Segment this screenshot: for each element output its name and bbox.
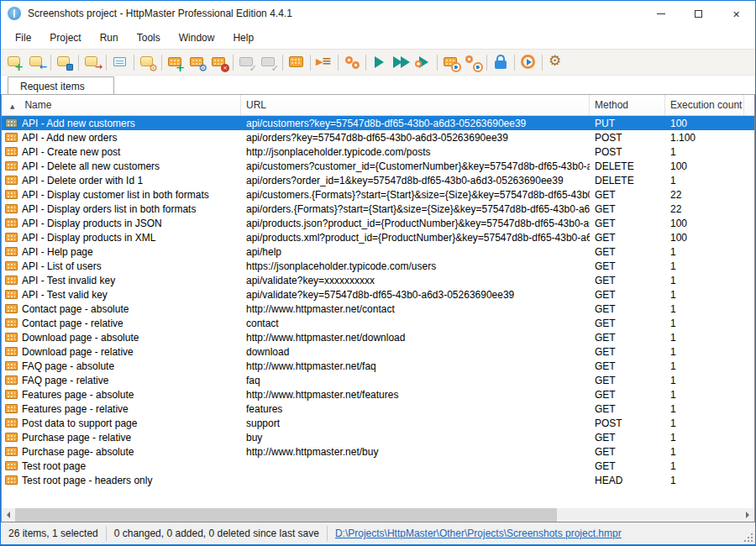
table-row[interactable]: Contact page - absolutehttp://www.httpma… bbox=[2, 302, 754, 316]
table-row[interactable]: Post data to support pagesupportPOST1 bbox=[2, 416, 754, 430]
comment-button[interactable] bbox=[109, 51, 131, 73]
project-file-link[interactable]: D:\Projects\HttpMaster\Other\Projects\Sc… bbox=[328, 528, 629, 539]
item-name: Download page - relative bbox=[22, 346, 134, 358]
request-item-icon bbox=[5, 204, 18, 213]
menu-tools[interactable]: Tools bbox=[128, 29, 170, 47]
status-items-count: 26 items, 1 selected bbox=[1, 528, 106, 539]
table-row[interactable]: FAQ page - relativefaqGET1 bbox=[2, 373, 754, 387]
item-name-cell: API - Delete all new customers bbox=[2, 159, 241, 173]
item-url: api/customers?key=57547d8b-df65-43b0-a6d… bbox=[241, 116, 590, 130]
item-count: 1 bbox=[665, 316, 744, 330]
request-item-icon bbox=[5, 418, 18, 428]
toolbar-separator bbox=[282, 55, 283, 71]
play-circle-button[interactable] bbox=[517, 51, 539, 73]
item-verify-button[interactable] bbox=[236, 51, 258, 73]
gear-button[interactable] bbox=[545, 51, 567, 73]
lock-button[interactable] bbox=[490, 51, 512, 73]
column-header-url[interactable]: URL bbox=[241, 95, 590, 115]
minimize-button[interactable] bbox=[642, 1, 680, 26]
table-row[interactable]: Purchase page- absolutehttp://www.httpma… bbox=[2, 444, 754, 459]
item-method: GET bbox=[590, 402, 665, 416]
table-row[interactable]: Purchase page - relativebuyGET1 bbox=[2, 430, 754, 444]
item-name: Test root page - headers only bbox=[22, 475, 152, 486]
menu-run[interactable]: Run bbox=[91, 29, 128, 47]
run-list-button[interactable] bbox=[313, 51, 335, 73]
table-row[interactable]: Test root pageGET1 bbox=[2, 459, 754, 473]
table-row[interactable]: Contact page - relativecontactGET1 bbox=[2, 316, 754, 330]
scrollbar-thumb[interactable] bbox=[15, 508, 557, 522]
menu-window[interactable]: Window bbox=[170, 29, 224, 47]
item-count: 1 bbox=[665, 359, 744, 373]
menu-file[interactable]: File bbox=[6, 29, 40, 47]
save-button[interactable] bbox=[54, 51, 76, 73]
item-url: faq bbox=[241, 373, 590, 387]
project-gear-button[interactable] bbox=[137, 51, 159, 73]
request-item-icon bbox=[5, 375, 18, 385]
item-name: API - Test invalid key bbox=[22, 275, 115, 286]
scroll-right-arrow-icon[interactable] bbox=[741, 508, 754, 522]
open-button[interactable] bbox=[26, 51, 48, 73]
item-edit-button[interactable] bbox=[186, 51, 208, 73]
item-url bbox=[241, 473, 590, 487]
table-row[interactable]: API - Display customer list in both form… bbox=[2, 187, 754, 202]
table-row[interactable]: API - Create new posthttp://jsonplacehol… bbox=[2, 144, 754, 159]
toolbar-separator bbox=[365, 55, 366, 71]
table-row[interactable]: API - Display products in JSONapi/produc… bbox=[2, 216, 754, 230]
item-method: DELETE bbox=[590, 173, 665, 187]
close-item-button[interactable] bbox=[81, 51, 103, 73]
item-count: 1 bbox=[665, 287, 744, 302]
table-row[interactable]: Test root page - headers onlyHEAD1 bbox=[2, 473, 754, 487]
request-item-icon bbox=[5, 475, 18, 485]
horizontal-scrollbar[interactable] bbox=[2, 508, 754, 522]
item-name: API - Display products in XML bbox=[22, 232, 155, 244]
dots-button[interactable] bbox=[341, 51, 363, 73]
item-add-button[interactable] bbox=[165, 51, 186, 73]
column-header-execution-count[interactable]: Execution count bbox=[665, 95, 744, 115]
item-name: API - Display products in JSON bbox=[22, 218, 162, 229]
table-row[interactable]: API - List of usershttps://jsonplacehold… bbox=[2, 259, 754, 273]
menu-project[interactable]: Project bbox=[40, 29, 90, 47]
table-row[interactable]: API - Add new ordersapi/orders?key=57547… bbox=[2, 130, 754, 144]
table-row[interactable]: API - Add new customersapi/customers?key… bbox=[2, 116, 754, 130]
item-name-cell: API - Add new orders bbox=[2, 130, 241, 144]
item-name-cell: Contact page - relative bbox=[2, 316, 241, 330]
table-row[interactable]: API - Display products in XMLapi/product… bbox=[2, 230, 754, 244]
maximize-button[interactable] bbox=[680, 1, 717, 26]
table-row[interactable]: Download page - absolutehttp://www.httpm… bbox=[2, 330, 754, 344]
tab-request-items[interactable]: Request items bbox=[8, 76, 114, 94]
item-name: Contact page - absolute bbox=[22, 303, 129, 315]
play-all-button[interactable] bbox=[391, 51, 412, 73]
menu-help[interactable]: Help bbox=[223, 29, 263, 47]
table-row[interactable]: API - Display orders list in both format… bbox=[2, 202, 754, 216]
maximize-icon bbox=[695, 10, 702, 18]
table-row[interactable]: API - Test valid keyapi/validate?key=575… bbox=[2, 287, 754, 302]
column-header-name[interactable]: Name bbox=[2, 95, 241, 115]
item-verify2-button[interactable] bbox=[258, 51, 280, 73]
request-item-icon bbox=[5, 347, 18, 356]
item-count: 100 bbox=[665, 116, 744, 130]
item-delete-button[interactable] bbox=[208, 51, 230, 73]
column-header-method[interactable]: Method bbox=[590, 95, 665, 115]
clock-dots-button[interactable] bbox=[462, 51, 484, 73]
request-item-icon bbox=[5, 318, 18, 328]
table-row[interactable]: Features page - absolutehttp://www.httpm… bbox=[2, 387, 754, 402]
table-row[interactable]: API - Test invalid keyapi/validate?key=x… bbox=[2, 273, 754, 287]
grid-button[interactable] bbox=[286, 51, 307, 73]
item-method: GET bbox=[590, 202, 665, 216]
play-button[interactable] bbox=[369, 51, 391, 73]
table-row[interactable]: Download page - relativedownloadGET1 bbox=[2, 344, 754, 359]
item-name: Contact page - relative bbox=[22, 318, 123, 329]
table-row[interactable]: API - Help pageapi/helpGET1 bbox=[2, 244, 754, 259]
new-button[interactable] bbox=[4, 51, 26, 73]
table-row[interactable]: API - Delete all new customersapi/custom… bbox=[2, 159, 754, 173]
resize-grip[interactable] bbox=[743, 532, 753, 542]
table-row[interactable]: FAQ page - absolutehttp://www.httpmaster… bbox=[2, 359, 754, 373]
scroll-left-arrow-icon[interactable] bbox=[2, 508, 15, 522]
play-dot-button[interactable] bbox=[412, 51, 434, 73]
table-row[interactable]: Features page - relativefeaturesGET1 bbox=[2, 402, 754, 416]
item-method: GET bbox=[590, 359, 665, 373]
table-row[interactable]: API - Delete order with Id 1api/orders?o… bbox=[2, 173, 754, 187]
close-button[interactable] bbox=[717, 1, 755, 26]
clock-grid-button[interactable] bbox=[440, 51, 462, 73]
item-name-cell: Test root page - headers only bbox=[2, 473, 241, 487]
